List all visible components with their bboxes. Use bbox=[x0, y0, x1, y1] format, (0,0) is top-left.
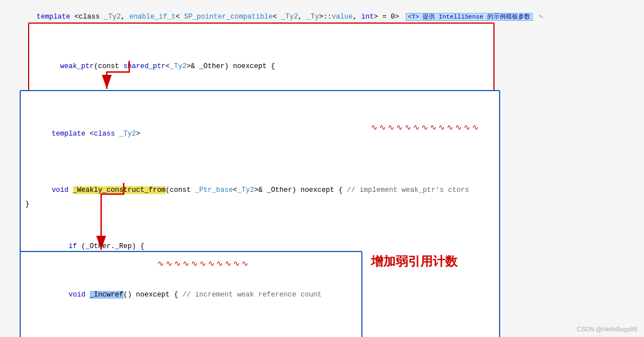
pencil-icon: ✎ bbox=[539, 14, 543, 20]
top-line1: weak_ptr(const shared_ptr<_Ty2>& _Other)… bbox=[35, 50, 488, 83]
intellisense-tag[interactable]: <T> 提供 IntelliSense 的示例模板参数 bbox=[406, 13, 533, 21]
wavy-decoration-2: ∿∿∿∿∿∿∿∿∿∿∿ bbox=[157, 259, 250, 268]
bot-line2: _MT_INCR(_Weaks); bbox=[26, 334, 356, 337]
mid-line2: void _Weakly_construct_from(const _Ptr_b… bbox=[26, 173, 493, 207]
watermark: CSDN @HelloBugs88 bbox=[577, 326, 637, 332]
template-line: template <class _Ty2, enable_if_t< SP_po… bbox=[37, 12, 543, 21]
mid-line1: template <class _Ty2> bbox=[26, 117, 493, 151]
bot-line1: void _Incwref() noexcept { // increment … bbox=[26, 278, 356, 312]
annotation-zh: 增加弱引用计数 bbox=[371, 253, 457, 270]
closing-brace: } bbox=[25, 200, 30, 208]
main-container: template <class _Ty2, enable_if_t< SP_po… bbox=[0, 0, 644, 337]
wavy-decoration-1: ∿∿∿∿∿∿∿∿∿∿∿∿∿ bbox=[371, 123, 480, 132]
